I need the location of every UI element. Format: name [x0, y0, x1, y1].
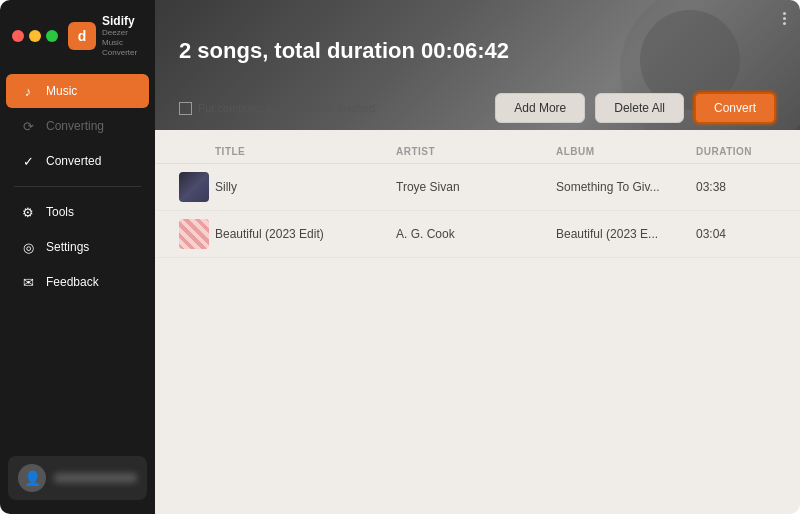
- app-subtitle: Deezer Music Converter: [102, 28, 143, 57]
- song-thumb-beautiful: [179, 219, 215, 249]
- song-title: Beautiful (2023 Edit): [215, 227, 324, 241]
- song-duration: 03:04: [696, 227, 776, 241]
- add-more-button[interactable]: Add More: [495, 93, 585, 123]
- close-button[interactable]: [12, 30, 24, 42]
- main-content: 2 songs, total duration 00:06:42 Put com…: [155, 0, 800, 514]
- sidebar-item-feedback-label: Feedback: [46, 275, 99, 289]
- th-artist: ARTIST: [396, 146, 556, 157]
- song-album: Beautiful (2023 E...: [556, 227, 696, 241]
- song-duration: 03:38: [696, 180, 776, 194]
- sidebar: d Sidify Deezer Music Converter ♪ Music …: [0, 0, 155, 514]
- user-name: [54, 473, 137, 483]
- music-icon: ♪: [20, 83, 36, 99]
- bottom-section: 👤: [0, 446, 155, 514]
- tools-icon: ⚙: [20, 204, 36, 220]
- sidebar-item-tools-label: Tools: [46, 205, 74, 219]
- menu-dots-button[interactable]: [783, 12, 786, 25]
- th-title: TITLE: [215, 146, 396, 157]
- sleep-checkbox[interactable]: [179, 102, 192, 115]
- minimize-button[interactable]: [29, 30, 41, 42]
- song-title-cell: Silly: [215, 180, 396, 194]
- settings-icon: ◎: [20, 239, 36, 255]
- song-table: TITLE ARTIST ALBUM DURATION Silly Troye …: [155, 136, 800, 514]
- toolbar: Put computer to sleep when finished Add …: [155, 80, 800, 136]
- th-duration: DURATION: [696, 146, 776, 157]
- sidebar-item-settings[interactable]: ◎ Settings: [6, 230, 149, 264]
- th-thumb: [179, 146, 215, 157]
- table-header: TITLE ARTIST ALBUM DURATION: [155, 140, 800, 164]
- traffic-lights: [12, 30, 58, 42]
- song-thumb-silly: [179, 172, 215, 202]
- nav-divider: [14, 186, 141, 187]
- sidebar-item-settings-label: Settings: [46, 240, 89, 254]
- song-artist: Troye Sivan: [396, 180, 556, 194]
- feedback-icon: ✉: [20, 274, 36, 290]
- user-bar[interactable]: 👤: [8, 456, 147, 500]
- nav-section: ♪ Music ⟳ Converting ✓ Converted ⚙ Tools…: [0, 73, 155, 446]
- sidebar-item-converted-label: Converted: [46, 154, 101, 168]
- delete-all-button[interactable]: Delete All: [595, 93, 684, 123]
- convert-button[interactable]: Convert: [694, 92, 776, 124]
- song-title-cell: Beautiful (2023 Edit): [215, 227, 396, 241]
- converting-icon: ⟳: [20, 118, 36, 134]
- sidebar-item-music-label: Music: [46, 84, 77, 98]
- song-title: Silly: [215, 180, 237, 194]
- table-row[interactable]: Silly Troye Sivan Something To Giv... 03…: [155, 164, 800, 211]
- sidebar-item-feedback[interactable]: ✉ Feedback: [6, 265, 149, 299]
- sidebar-item-music[interactable]: ♪ Music: [6, 74, 149, 108]
- app-logo: d: [68, 22, 96, 50]
- converted-icon: ✓: [20, 153, 36, 169]
- app-info: Sidify Deezer Music Converter: [102, 14, 143, 57]
- app-name: Sidify: [102, 14, 143, 28]
- titlebar: d Sidify Deezer Music Converter: [0, 0, 155, 65]
- avatar: 👤: [18, 464, 46, 492]
- song-artist: A. G. Cook: [396, 227, 556, 241]
- sleep-label: Put computer to sleep when finished: [198, 102, 375, 114]
- sidebar-item-converting[interactable]: ⟳ Converting: [6, 109, 149, 143]
- sidebar-item-tools[interactable]: ⚙ Tools: [6, 195, 149, 229]
- th-album: ALBUM: [556, 146, 696, 157]
- sleep-option: Put computer to sleep when finished: [179, 102, 485, 115]
- song-album: Something To Giv...: [556, 180, 696, 194]
- table-row[interactable]: Beautiful (2023 Edit) A. G. Cook Beautif…: [155, 211, 800, 258]
- fullscreen-button[interactable]: [46, 30, 58, 42]
- sidebar-item-converting-label: Converting: [46, 119, 104, 133]
- hero-title: 2 songs, total duration 00:06:42: [155, 0, 800, 64]
- sidebar-item-converted[interactable]: ✓ Converted: [6, 144, 149, 178]
